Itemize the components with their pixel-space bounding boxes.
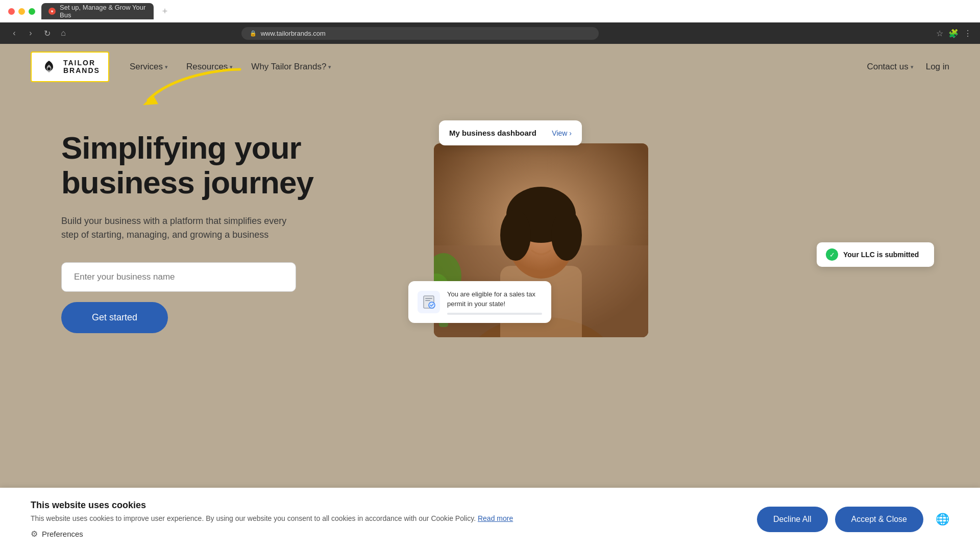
logo-container[interactable]: TAILOR BRANDS	[31, 52, 109, 82]
cookie-left: This website uses cookies This website u…	[31, 500, 747, 539]
contact-link[interactable]: Contact us ▾	[867, 62, 913, 72]
hero-section: Simplifying your business journey Build …	[0, 90, 980, 333]
security-icon: 🔒	[250, 30, 257, 37]
reload-button[interactable]: ↻	[41, 27, 53, 39]
hero-subtitle: Build your business with a platform that…	[61, 214, 306, 242]
logo-icon	[40, 58, 58, 76]
cookie-banner: This website uses cookies This website u…	[0, 488, 980, 551]
browser-tab[interactable]: ♥ Set up, Manage & Grow Your Bus	[41, 3, 154, 19]
nav-right: Contact us ▾ Log in	[867, 62, 949, 72]
tab-bar: ♥ Set up, Manage & Grow Your Bus +	[41, 3, 972, 19]
business-name-input[interactable]	[61, 262, 296, 292]
nav-links: Services ▾ Resources ▾ Why Tailor Brands…	[130, 62, 867, 72]
get-started-button[interactable]: Get started	[61, 302, 168, 333]
services-link[interactable]: Services ▾	[130, 62, 168, 72]
svg-point-1	[47, 67, 51, 70]
logo-text: TAILOR BRANDS	[63, 59, 100, 75]
hero-right: My business dashboard View ›	[408, 120, 919, 333]
tab-favicon: ♥	[48, 8, 56, 15]
why-chevron: ▾	[328, 64, 331, 70]
dashboard-card: My business dashboard View ›	[439, 120, 582, 145]
check-icon: ✓	[826, 248, 838, 261]
cookie-buttons: Decline All Accept & Close 🌐	[757, 507, 949, 532]
sales-card-content: You are eligible for a sales tax permit …	[447, 289, 542, 315]
dashboard-view-link[interactable]: View ›	[552, 129, 572, 137]
navigation: TAILOR BRANDS Services ▾ Resources ▾ Why…	[0, 44, 980, 90]
dashboard-label: My business dashboard	[449, 129, 546, 137]
accept-close-button[interactable]: Accept & Close	[835, 507, 923, 532]
resources-chevron: ▾	[230, 64, 233, 70]
svg-point-9	[500, 210, 531, 261]
svg-point-10	[551, 210, 582, 261]
resources-link[interactable]: Resources ▾	[186, 62, 233, 72]
address-bar[interactable]: 🔒 www.tailorbrands.com	[241, 27, 599, 40]
why-link[interactable]: Why Tailor Brands? ▾	[251, 62, 331, 72]
cookie-read-more[interactable]: Read more	[478, 514, 513, 522]
url-text: www.tailorbrands.com	[261, 30, 326, 37]
contact-chevron: ▾	[911, 64, 914, 70]
decline-all-button[interactable]: Decline All	[757, 507, 828, 532]
maximize-button[interactable]	[29, 8, 35, 15]
svg-rect-15	[425, 298, 432, 299]
services-chevron: ▾	[165, 64, 168, 70]
browser-titlebar: ♥ Set up, Manage & Grow Your Bus +	[0, 0, 980, 22]
hero-left: Simplifying your business journey Build …	[61, 120, 378, 333]
logo-brands-text: BRANDS	[63, 67, 100, 74]
extensions-icon[interactable]: 🧩	[948, 29, 959, 38]
traffic-lights	[8, 8, 35, 15]
cookie-title: This website uses cookies	[31, 500, 747, 511]
star-icon[interactable]: ☆	[936, 29, 943, 38]
browser-addressbar: ‹ › ↻ ⌂ 🔒 www.tailorbrands.com ☆ 🧩 ⋮	[0, 22, 980, 44]
sales-progress-bar	[447, 313, 542, 315]
minimize-button[interactable]	[18, 8, 25, 15]
home-button[interactable]: ⌂	[57, 27, 69, 39]
new-tab-button[interactable]: +	[158, 4, 172, 18]
close-button[interactable]	[8, 8, 15, 15]
website-content: TAILOR BRANDS Services ▾ Resources ▾ Why…	[0, 44, 980, 551]
menu-icon[interactable]: ⋮	[964, 29, 972, 38]
browser-actions: ☆ 🧩 ⋮	[936, 29, 972, 38]
hero-title: Simplifying your business journey	[61, 131, 378, 200]
llc-badge: ✓ Your LLC is submitted	[817, 242, 934, 267]
sales-text: You are eligible for a sales tax permit …	[447, 290, 535, 308]
preferences-label: Preferences	[42, 530, 83, 538]
tab-title: Set up, Manage & Grow Your Bus	[60, 4, 146, 19]
cookie-description: This website uses cookies to improve use…	[31, 514, 747, 524]
globe-icon[interactable]: 🌐	[936, 513, 949, 526]
sales-permit-icon	[418, 291, 440, 313]
browser-nav-buttons: ‹ › ↻ ⌂	[8, 27, 69, 39]
gear-icon: ⚙	[31, 529, 38, 539]
forward-button[interactable]: ›	[24, 27, 37, 39]
preferences-link[interactable]: ⚙ Preferences	[31, 529, 747, 539]
back-button[interactable]: ‹	[8, 27, 20, 39]
login-link[interactable]: Log in	[926, 62, 949, 72]
svg-rect-16	[425, 300, 430, 301]
browser-chrome: ♥ Set up, Manage & Grow Your Bus + ‹ › ↻…	[0, 0, 980, 44]
logo-tailor-text: TAILOR	[63, 59, 100, 67]
llc-text: Your LLC is submitted	[843, 251, 919, 259]
sales-card: You are eligible for a sales tax permit …	[408, 281, 551, 323]
